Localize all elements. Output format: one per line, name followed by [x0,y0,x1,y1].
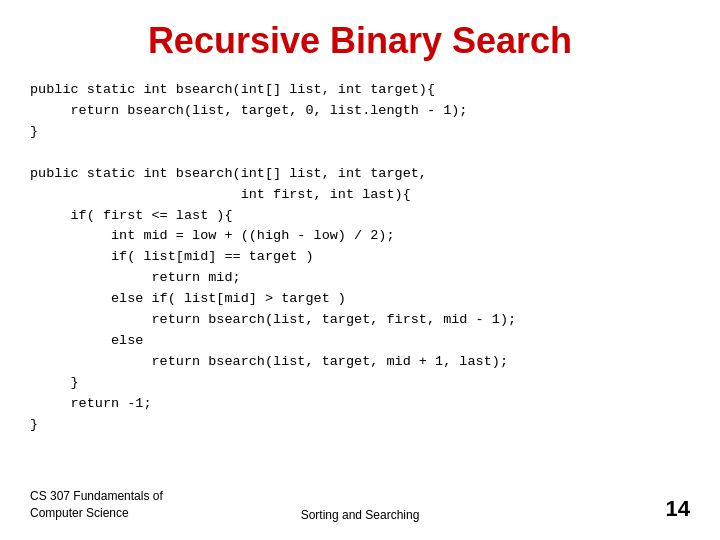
slide-title: Recursive Binary Search [30,20,690,62]
code-line-15: } [30,375,79,390]
code-line-3: } [30,124,38,139]
course-line1: CS 307 Fundamentals of [30,488,163,505]
course-line2: Computer Science [30,505,163,522]
code-line-11: else if( list[mid] > target ) [30,291,346,306]
footer: CS 307 Fundamentals of Computer Science … [30,488,690,522]
code-line-13: else [30,333,143,348]
code-line-2: return bsearch(list, target, 0, list.len… [30,103,467,118]
code-line-12: return bsearch(list, target, first, mid … [30,312,516,327]
code-block: public static int bsearch(int[] list, in… [30,80,690,436]
code-line-1: public static int bsearch(int[] list, in… [30,82,435,97]
course-info: CS 307 Fundamentals of Computer Science [30,488,163,522]
code-line-17: } [30,417,38,432]
code-line-5: public static int bsearch(int[] list, in… [30,166,427,181]
code-line-7: if( first <= last ){ [30,208,233,223]
code-line-10: return mid; [30,270,241,285]
code-line-8: int mid = low + ((high - low) / 2); [30,228,395,243]
code-line-14: return bsearch(list, target, mid + 1, la… [30,354,508,369]
code-line-9: if( list[mid] == target ) [30,249,314,264]
slide-number: 14 [666,496,690,522]
code-line-6: int first, int last){ [30,187,411,202]
code-line-16: return -1; [30,396,152,411]
topic-label: Sorting and Searching [301,508,420,522]
page-container: Recursive Binary Search public static in… [0,0,720,540]
